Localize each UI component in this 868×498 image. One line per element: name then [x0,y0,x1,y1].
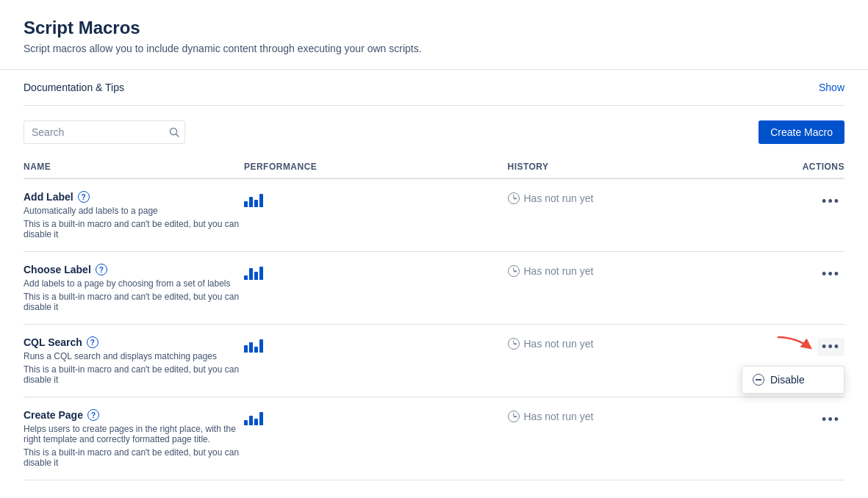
docs-bar: Documentation & Tips Show [24,70,844,106]
col-header-performance: Performance [244,162,508,172]
performance-cell [244,336,508,353]
bar-4 [259,194,263,207]
macro-builtin: This is a built-in macro and can't be ed… [24,447,244,468]
bar-1 [244,275,248,280]
history-cell: Has not run yet [508,409,772,422]
more-actions-button[interactable]: ••• [817,411,844,429]
arrow-indicator [774,333,818,356]
bar-4 [259,267,263,280]
bar-2 [249,268,253,280]
bar-3 [254,200,258,207]
disable-option[interactable]: Disable [742,367,844,393]
table-row: Add Label ? Automatically add labels to … [24,179,844,252]
actions-dropdown: Disable [742,366,844,394]
macro-info-cell: Create Page ? Helps users to create page… [24,409,244,468]
performance-cell [244,264,508,280]
disable-icon [753,374,764,386]
col-header-name: Name [24,162,244,172]
more-actions-button[interactable]: ••• [817,338,844,356]
search-input[interactable] [24,120,185,144]
performance-cell [244,191,508,207]
actions-cell: ••• [771,191,844,211]
macro-name-label: CQL Search [24,336,82,348]
history-cell: Has not run yet [508,191,772,204]
macro-builtin: This is a built-in macro and can't be ed… [24,292,244,312]
clock-icon [508,192,520,204]
page-subtitle: Script macros allow you to include dynam… [24,43,844,54]
table-row: CQL Search ? Runs a CQL search and displ… [24,325,844,397]
more-actions-button[interactable]: ••• [817,265,844,284]
macro-name-label: Add Label [24,191,73,203]
bar-chart-icon [244,411,263,425]
history-cell: Has not run yet [508,264,772,277]
bar-chart-icon [244,192,263,207]
bar-4 [259,339,263,353]
history-cell: Has not run yet [508,336,772,350]
performance-cell [244,409,508,425]
search-wrapper [24,120,185,144]
clock-icon [508,338,520,350]
bar-2 [249,197,253,207]
info-icon[interactable]: ? [87,409,99,421]
macro-desc: Runs a CQL search and displays matching … [24,351,244,361]
bar-3 [254,272,258,280]
macro-desc: Helps users to create pages in the right… [24,424,244,444]
macro-builtin: This is a built-in macro and can't be ed… [24,364,244,385]
actions-cell: ••• [771,264,844,284]
history-label: Has not run yet [524,411,594,422]
macro-desc: Automatically add labels to a page [24,206,244,216]
macro-name-label: Choose Label [24,264,91,275]
more-actions-button[interactable]: ••• [817,192,844,211]
page-title: Script Macros [24,18,844,38]
macro-info-cell: Add Label ? Automatically add labels to … [24,191,244,239]
bar-2 [249,342,253,353]
bar-chart-icon [244,265,263,280]
bar-4 [259,412,263,425]
bar-1 [244,345,248,353]
history-label: Has not run yet [524,265,594,277]
search-button[interactable] [169,127,179,137]
svg-line-1 [176,134,179,137]
col-header-actions: Actions [771,162,844,172]
bar-chart-icon [244,338,263,353]
actions-cell: ••• [771,409,844,429]
bar-3 [254,419,258,425]
disable-label: Disable [770,374,805,386]
info-icon[interactable]: ? [96,264,107,275]
show-link[interactable]: Show [819,82,844,93]
macro-builtin: This is a built-in macro and can't be ed… [24,219,244,239]
macro-info-cell: Choose Label ? Add labels to a page by c… [24,264,244,312]
history-label: Has not run yet [524,338,594,350]
clock-icon [508,411,520,422]
clock-icon [508,265,520,277]
macro-name-label: Create Page [24,409,83,421]
bar-2 [249,416,253,425]
col-header-history: History [508,162,772,172]
table-row: Choose Label ? Add labels to a page by c… [24,252,844,325]
table-row: Create Page ? Helps users to create page… [24,397,844,480]
docs-bar-label: Documentation & Tips [24,82,124,93]
toolbar: Create Macro [24,120,844,144]
create-macro-button[interactable]: Create Macro [758,120,844,144]
actions-cell: ••• Disable [771,336,844,356]
table-header: Name Performance History Actions [24,156,844,179]
info-icon[interactable]: ? [87,336,98,348]
bar-3 [254,347,258,353]
macro-info-cell: CQL Search ? Runs a CQL search and displ… [24,336,244,385]
bar-1 [244,420,248,425]
info-icon[interactable]: ? [78,191,90,203]
search-icon [169,127,179,137]
macro-desc: Add labels to a page by choosing from a … [24,278,244,289]
history-label: Has not run yet [524,192,594,204]
bar-1 [244,201,248,207]
